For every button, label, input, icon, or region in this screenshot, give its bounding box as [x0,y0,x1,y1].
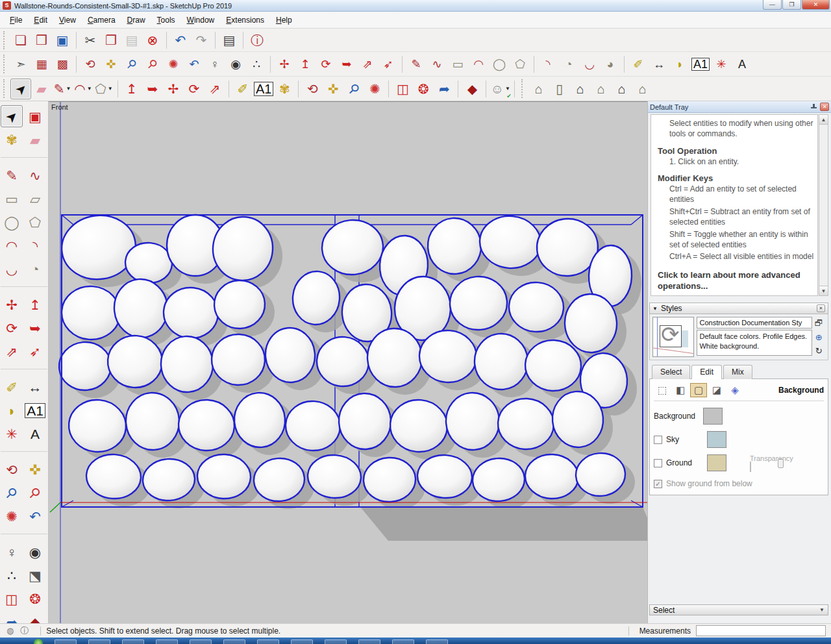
rotate-button[interactable]: ⟳ [184,79,205,99]
axes-button[interactable]: ✳ [711,54,732,75]
push-pull-button[interactable]: ↥ [121,79,142,99]
style-description[interactable]: Default face colors. Profile Edges. Whit… [697,330,812,356]
menu-draw[interactable]: Draw [121,13,151,27]
move-tool-button[interactable]: ✢ [1,293,23,316]
menu-view[interactable]: View [53,13,82,27]
offset-button[interactable]: ➶ [378,54,399,75]
stone-entity[interactable] [196,453,251,500]
three-d-text-tool-button[interactable]: A [24,423,46,445]
print-button[interactable]: ▤ [219,30,240,51]
create-new-style-icon[interactable]: ⊕ [815,332,823,342]
zoom-extents-button[interactable]: ✺ [364,79,385,99]
orbit-tool-button[interactable]: ⟲ [1,458,23,480]
measurements-input[interactable] [696,625,826,636]
dimension-tool-button[interactable]: ↔ [24,376,46,398]
protractor-tool-button[interactable]: ◗ [1,399,23,421]
model-info-button[interactable]: ⓘ [247,30,267,51]
rotate-tool-button[interactable]: ⟳ [1,317,23,339]
taskbar-button[interactable] [392,639,414,644]
start-orb-icon[interactable] [34,639,43,644]
orbit-button[interactable]: ⟲ [80,54,101,75]
threed-warehouse-tool-button[interactable]: ◫ [1,588,23,610]
arc-tool-button[interactable]: ◠ [1,234,23,256]
line-button[interactable]: ✎▼ [52,79,73,99]
axes-tool-button[interactable]: ✳ [1,423,23,445]
zoom-extents-tool-button[interactable]: ✺ [1,505,23,527]
push-pull-tool-button[interactable]: ↥ [24,293,46,316]
menu-edit[interactable]: Edit [28,13,53,27]
modeling-settings-icon[interactable]: ◈ [726,383,743,397]
rotate-button[interactable]: ⟳ [316,54,336,75]
look-around-button[interactable]: ◉ [225,54,246,75]
paint-bucket-tool-button[interactable]: ✾ [1,129,23,151]
ground-color-swatch[interactable] [707,454,726,471]
menu-tools[interactable]: Tools [151,13,181,27]
zoom-window-button[interactable]: ⚲ [142,54,163,75]
section-plane-tool-button[interactable]: ⬔ [24,564,46,586]
tray-close-icon[interactable]: ✕ [820,103,829,111]
two-point-arc-tool-button[interactable]: ◝ [24,234,46,256]
offset-tool-button[interactable]: ➶ [24,340,46,362]
zoom-tool-button[interactable]: ⚲ [1,482,23,504]
edge-settings-icon[interactable]: ⬚ [654,383,671,397]
menu-extensions[interactable]: Extensions [220,13,270,27]
zoom-previous-tool-button[interactable]: ↶ [24,505,46,527]
geolocation-icon[interactable]: ◍ [6,626,14,636]
taskbar-button[interactable] [156,639,178,644]
sign-in-dropdown-icon[interactable]: ▼ [505,86,510,92]
position-camera-tool-button[interactable]: ♀ [1,541,23,563]
ground-checkbox[interactable] [654,459,662,467]
view-right-button[interactable]: ⌂ [591,79,612,99]
watermark-settings-icon[interactable]: ◪ [708,383,725,397]
sky-color-swatch[interactable] [707,431,726,448]
two-point-arc-button[interactable]: ◝ [538,54,558,75]
three-d-text-button[interactable]: A [732,54,752,75]
tape-measure-button[interactable]: ✐ [232,79,253,99]
text-tool-button[interactable]: A1 [24,399,46,421]
paste-button[interactable]: ▤ [121,30,142,51]
toolbar-grip[interactable] [3,55,8,74]
scale-button[interactable]: ⇗ [357,54,378,75]
scale-button[interactable]: ⇗ [205,79,225,99]
erase-delete-button[interactable]: ⊗ [142,30,163,51]
extension-warehouse-tool-button[interactable]: ❂ [24,588,46,610]
background-settings-icon[interactable]: ▢ [690,383,707,397]
eraser-button[interactable]: ▰ [31,79,52,99]
sign-in-button[interactable]: ☺✔▼ [490,79,510,99]
credits-info-icon[interactable]: ⓘ [20,625,29,637]
send-to-layout-button[interactable]: ➦ [434,79,454,99]
taskbar-button[interactable] [88,639,110,644]
zoom-button[interactable]: ⚲ [343,79,364,99]
arc-dropdown-icon[interactable]: ▼ [87,86,92,92]
text-button[interactable]: A1 [690,54,711,75]
filled-arc-button[interactable]: ◕ [600,54,621,75]
instructor-scrollbar[interactable]: ▲ ▼ [819,114,828,296]
select-panel-collapsed[interactable]: Select ▼ [649,604,828,615]
freehand-tool-button[interactable]: ∿ [24,164,46,186]
style-name-input[interactable] [697,317,812,328]
styles-close-icon[interactable]: ✕ [817,304,825,312]
orbit-button[interactable]: ⟲ [302,79,323,99]
show-ground-checkbox[interactable]: ✓ [654,480,662,488]
follow-me-button[interactable]: ➥ [336,54,357,75]
restore-button[interactable]: ❐ [782,0,801,10]
cut-button[interactable]: ✂ [80,30,101,51]
redo-button[interactable]: ↷ [191,30,212,51]
walk-button[interactable]: ∴ [246,54,267,75]
arc-button[interactable]: ◠▼ [73,79,93,99]
taskbar-button[interactable] [122,639,144,644]
three-point-arc-button[interactable]: ◡ [579,54,600,75]
scroll-down-icon[interactable]: ▼ [819,286,828,295]
taskbar-button[interactable] [190,639,212,644]
tray-header[interactable]: Default Tray ✕ [648,101,831,113]
menu-help[interactable]: Help [270,13,298,27]
line-dropdown-icon[interactable]: ▼ [66,86,71,92]
taskbar-button[interactable] [257,639,279,644]
eraser-tool-button[interactable]: ▰ [24,129,46,151]
dimension-button[interactable]: ↔ [649,54,669,75]
follow-me-tool-button[interactable]: ➥ [24,317,46,339]
select-button[interactable]: ➤ [10,79,31,99]
taskbar-button[interactable] [325,639,347,644]
extension-warehouse-button[interactable]: ❂ [413,79,434,99]
model-viewport[interactable]: Front [49,101,647,623]
